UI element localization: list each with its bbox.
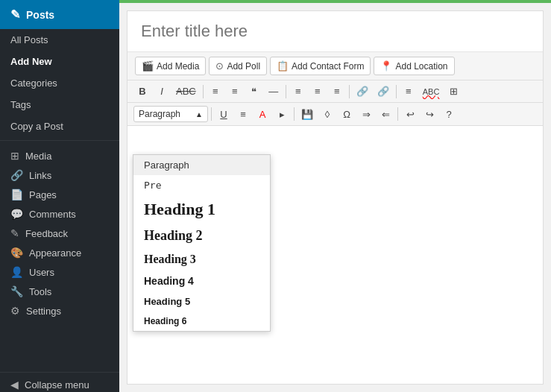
title-input[interactable] bbox=[141, 22, 529, 41]
ordered-list-button[interactable]: ≡ bbox=[226, 83, 244, 99]
strikethrough-button[interactable]: ABC bbox=[172, 83, 200, 99]
paste-text-button[interactable]: 💾 bbox=[297, 107, 317, 122]
toolbar-divider-4 bbox=[396, 85, 397, 98]
sidebar-item-settings[interactable]: ⚙ Settings bbox=[0, 299, 119, 318]
toolbar-divider-1 bbox=[203, 85, 204, 98]
dropdown-item-h5[interactable]: Heading 5 bbox=[133, 291, 270, 312]
appearance-label: Appearance bbox=[29, 247, 81, 259]
toolbar-divider-3 bbox=[349, 85, 350, 98]
sidebar-item-all-posts[interactable]: All Posts bbox=[0, 29, 119, 51]
add-contact-label: Add Contact Form bbox=[292, 61, 364, 72]
format-toolbar-1: B I ABC ≡ ≡ ❝ — ≡ ≡ ≡ 🔗 🔗 ≡ ABC ⊞ bbox=[127, 80, 543, 103]
special-char-button[interactable]: Ω bbox=[338, 107, 356, 122]
unordered-list-button[interactable]: ≡ bbox=[207, 83, 224, 99]
settings-icon: ⚙ bbox=[10, 305, 20, 317]
add-contact-icon: 📋 bbox=[277, 60, 289, 72]
hr-button[interactable]: — bbox=[265, 83, 283, 99]
dropdown-item-paragraph[interactable]: Paragraph bbox=[133, 155, 270, 175]
dropdown-h2-label: Heading 2 bbox=[144, 228, 203, 243]
add-poll-label: Add Poll bbox=[227, 61, 260, 72]
sidebar-item-appearance[interactable]: 🎨 Appearance bbox=[0, 241, 119, 260]
toolbar2-divider-2 bbox=[294, 107, 295, 121]
comments-label: Comments bbox=[29, 209, 76, 220]
table-button[interactable]: ⊞ bbox=[444, 83, 462, 99]
links-label: Links bbox=[29, 170, 51, 181]
settings-label: Settings bbox=[26, 306, 61, 317]
font-color-arrow[interactable]: ▸ bbox=[273, 107, 291, 122]
editor-area: 🎬 Add Media ⊙ Add Poll 📋 Add Contact For… bbox=[127, 10, 544, 385]
sidebar-item-copy-post[interactable]: Copy a Post bbox=[0, 116, 119, 137]
main-content: 🎬 Add Media ⊙ Add Poll 📋 Add Contact For… bbox=[119, 0, 551, 392]
paragraph-selector-arrow: ▲ bbox=[195, 110, 203, 118]
dropdown-item-h4[interactable]: Heading 4 bbox=[133, 271, 270, 291]
justify-button[interactable]: ≡ bbox=[234, 107, 252, 122]
outdent-button[interactable]: ⇐ bbox=[377, 107, 394, 122]
unlink-button[interactable]: 🔗 bbox=[374, 83, 393, 99]
add-location-button[interactable]: 📍 Add Location bbox=[374, 57, 454, 75]
sidebar-item-users[interactable]: 👤 Users bbox=[0, 260, 119, 279]
indent-button[interactable]: ⇒ bbox=[357, 107, 375, 122]
italic-button[interactable]: I bbox=[153, 83, 171, 99]
add-poll-button[interactable]: ⊙ Add Poll bbox=[209, 57, 267, 75]
collapse-icon: ◀ bbox=[10, 379, 19, 391]
add-location-icon: 📍 bbox=[380, 60, 392, 72]
sidebar-item-media[interactable]: ⊞ Media bbox=[0, 144, 119, 163]
users-icon: 👤 bbox=[10, 266, 23, 278]
toolbar2-divider-1 bbox=[211, 107, 212, 121]
sidebar-item-tools[interactable]: 🔧 Tools bbox=[0, 279, 119, 299]
redo-button[interactable]: ↪ bbox=[421, 107, 438, 122]
align-right-button[interactable]: ≡ bbox=[328, 83, 346, 99]
sidebar-item-pages[interactable]: 📄 Pages bbox=[0, 183, 119, 202]
font-color-button[interactable]: A bbox=[254, 107, 271, 122]
title-bar bbox=[127, 11, 543, 52]
comments-icon: 💬 bbox=[10, 208, 23, 220]
users-label: Users bbox=[29, 267, 54, 278]
link-button[interactable]: 🔗 bbox=[353, 83, 372, 99]
add-media-label: Add Media bbox=[157, 61, 199, 72]
sidebar-header[interactable]: ✎ Posts bbox=[0, 0, 119, 29]
copy-post-label: Copy a Post bbox=[10, 121, 63, 132]
spellcheck-button[interactable]: ABC bbox=[419, 85, 444, 98]
sidebar-item-collapse[interactable]: ◀ Collapse menu bbox=[0, 372, 119, 392]
media-icon: ⊞ bbox=[10, 150, 19, 162]
sidebar-item-comments[interactable]: 💬 Comments bbox=[0, 202, 119, 221]
blockquote-button[interactable]: ❝ bbox=[245, 83, 263, 99]
underline-button[interactable]: U bbox=[215, 107, 233, 122]
tools-label: Tools bbox=[29, 286, 51, 297]
toolbar2-divider-3 bbox=[397, 107, 398, 121]
sidebar-item-feedback[interactable]: ✎ Feedback bbox=[0, 221, 119, 241]
sidebar: ✎ Posts All Posts Add New Categories Tag… bbox=[0, 0, 119, 392]
sidebar-item-links[interactable]: 🔗 Links bbox=[0, 163, 119, 183]
posts-icon: ✎ bbox=[10, 7, 20, 22]
collapse-label: Collapse menu bbox=[25, 379, 89, 391]
add-contact-form-button[interactable]: 📋 Add Contact Form bbox=[270, 57, 371, 75]
format-dropdown: Paragraph Pre Heading 1 Heading 2 Headin… bbox=[133, 154, 271, 332]
sidebar-divider-1 bbox=[0, 140, 119, 141]
dropdown-item-h1[interactable]: Heading 1 bbox=[133, 195, 270, 224]
add-location-label: Add Location bbox=[395, 61, 447, 72]
all-posts-label: All Posts bbox=[10, 34, 48, 45]
fullscreen-button[interactable]: ≡ bbox=[400, 83, 418, 99]
add-new-label: Add New bbox=[10, 56, 52, 67]
add-media-button[interactable]: 🎬 Add Media bbox=[135, 57, 206, 75]
align-left-button[interactable]: ≡ bbox=[289, 83, 307, 99]
dropdown-item-h2[interactable]: Heading 2 bbox=[133, 224, 270, 248]
bold-button[interactable]: B bbox=[133, 83, 151, 99]
align-center-button[interactable]: ≡ bbox=[309, 83, 327, 99]
dropdown-h6-label: Heading 6 bbox=[144, 316, 186, 326]
dropdown-item-h6[interactable]: Heading 6 bbox=[133, 312, 270, 331]
paragraph-selector[interactable]: Paragraph ▲ bbox=[133, 106, 208, 122]
sidebar-item-add-new[interactable]: Add New bbox=[0, 51, 119, 72]
clear-format-button[interactable]: ◊ bbox=[318, 107, 336, 122]
media-toolbar: 🎬 Add Media ⊙ Add Poll 📋 Add Contact For… bbox=[127, 52, 543, 80]
dropdown-item-h3[interactable]: Heading 3 bbox=[133, 248, 270, 271]
dropdown-item-pre[interactable]: Pre bbox=[133, 175, 270, 195]
media-label: Media bbox=[25, 151, 51, 162]
dropdown-paragraph-label: Paragraph bbox=[144, 159, 189, 171]
sidebar-item-tags[interactable]: Tags bbox=[0, 94, 119, 116]
add-media-icon: 🎬 bbox=[142, 60, 154, 72]
undo-button[interactable]: ↩ bbox=[401, 107, 419, 122]
sidebar-item-categories[interactable]: Categories bbox=[0, 72, 119, 94]
pages-icon: 📄 bbox=[10, 189, 23, 200]
help-button[interactable]: ? bbox=[440, 107, 458, 122]
